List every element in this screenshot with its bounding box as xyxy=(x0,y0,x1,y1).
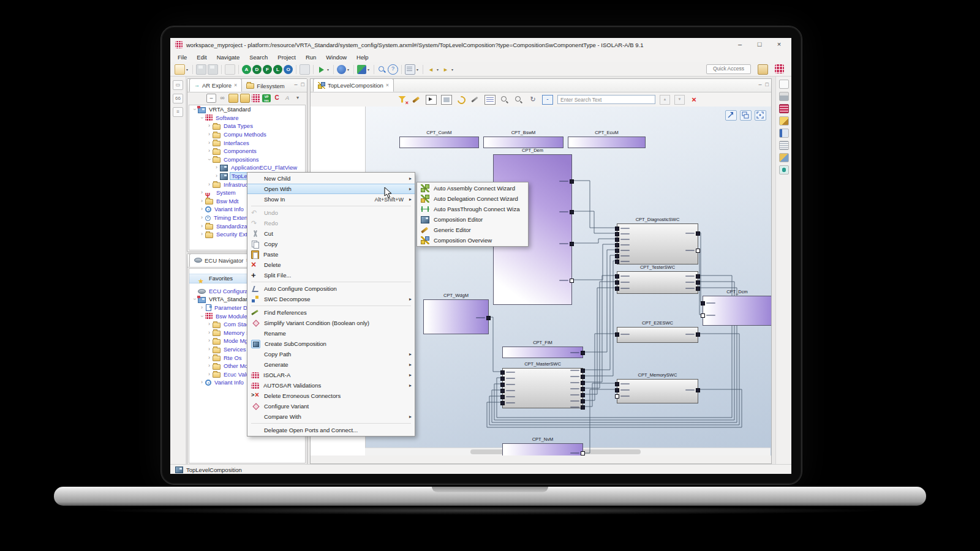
ar-explorer-tab-close-icon[interactable]: × xyxy=(234,82,237,88)
menu-item-undo[interactable]: Undo xyxy=(247,208,415,218)
menu-item-composition-editor[interactable]: Composition Editor xyxy=(417,214,528,225)
strip-restore-view-icon[interactable]: ▭ xyxy=(173,80,183,90)
collapse-icon[interactable] xyxy=(542,95,553,105)
toolbar-back-button[interactable]: ▾ xyxy=(426,65,440,74)
left-port-icon[interactable] xyxy=(500,395,505,399)
chevron-collapsed-icon[interactable]: › xyxy=(199,231,205,237)
right-port-icon[interactable] xyxy=(570,279,574,283)
toolbar-save-button[interactable] xyxy=(196,64,206,75)
left-port-icon[interactable] xyxy=(615,238,619,242)
menu-item-cut[interactable]: Cut xyxy=(247,228,415,239)
menu-item-split-file[interactable]: Split File... xyxy=(247,270,415,280)
menu-item-copy[interactable]: Copy xyxy=(247,239,415,249)
chevron-collapsed-icon[interactable]: › xyxy=(199,380,205,385)
left-port-icon[interactable] xyxy=(615,394,619,399)
link-editor-icon[interactable] xyxy=(218,94,227,102)
left-port-icon[interactable] xyxy=(701,313,705,318)
menu-navigate[interactable]: Navigate xyxy=(212,54,245,61)
chevron-collapsed-icon[interactable]: › xyxy=(199,223,205,229)
right-port-icon[interactable] xyxy=(486,316,491,320)
strip-autosar-validation-icon[interactable] xyxy=(779,104,789,113)
menu-item-compare-with[interactable]: Compare With▸ xyxy=(247,411,415,422)
left-port-icon[interactable] xyxy=(701,301,705,305)
right-port-icon[interactable] xyxy=(581,369,585,373)
strip-outline-icon[interactable]: ≡ xyxy=(173,107,183,117)
fit-to-view-button[interactable] xyxy=(755,110,766,121)
isolar-perspective-icon[interactable] xyxy=(775,64,784,73)
pan-mode-button[interactable] xyxy=(725,110,737,121)
tab-ecu-navigator[interactable]: ECU Navigator × xyxy=(189,253,254,267)
edit-yellow-icon[interactable] xyxy=(412,96,421,104)
strip-palette-icon[interactable] xyxy=(779,153,789,162)
menu-item-delete-erroneous-connectors[interactable]: Delete Erroneous Connectors xyxy=(247,391,415,401)
right-port-icon[interactable] xyxy=(581,393,585,397)
editor-tab-close-icon[interactable]: × xyxy=(386,82,389,88)
right-port-icon[interactable] xyxy=(581,387,585,391)
component-cpt-comm[interactable] xyxy=(399,137,479,148)
tree-item-software[interactable]: ›Software xyxy=(189,114,305,122)
chevron-expanded-icon[interactable]: › xyxy=(199,115,205,121)
quick-access-button[interactable]: Quick Access xyxy=(706,64,751,74)
minimize-editor-icon[interactable]: – xyxy=(759,81,762,88)
right-port-icon[interactable] xyxy=(581,351,585,355)
strip-pencil-icon[interactable] xyxy=(779,116,789,126)
menu-item-generate[interactable]: Generate▸ xyxy=(247,359,415,370)
chevron-collapsed-icon[interactable]: › xyxy=(199,198,205,204)
menu-item-new-child[interactable]: New Child▸ xyxy=(247,173,415,184)
menu-item-configure-variant[interactable]: Configure Variant xyxy=(247,401,415,411)
right-port-icon[interactable] xyxy=(696,231,700,236)
refresh-c-icon[interactable] xyxy=(273,94,281,102)
left-port-icon[interactable] xyxy=(500,377,505,381)
menu-item-auto-configure-composition[interactable]: Auto Configure Composition xyxy=(247,283,415,294)
right-port-icon[interactable] xyxy=(570,242,574,246)
tab-ar-explorer[interactable]: → AR Explore × xyxy=(189,78,242,92)
right-port-icon[interactable] xyxy=(581,399,585,403)
right-port-icon[interactable] xyxy=(581,405,585,410)
tree-item-data-types[interactable]: ›Data Types xyxy=(189,122,305,130)
chevron-expanded-icon[interactable]: › xyxy=(199,313,205,319)
component-cpt-fim[interactable] xyxy=(502,347,583,358)
toolbar-annotations-button[interactable]: ▾ xyxy=(405,64,420,75)
toolbar-nav-d-button[interactable]: D xyxy=(252,65,262,74)
component-cpt-diagnosticswc[interactable] xyxy=(617,223,698,264)
close-button[interactable]: × xyxy=(769,38,789,51)
tab-filesystem[interactable]: Filesystem xyxy=(242,80,288,92)
left-port-icon[interactable] xyxy=(615,249,619,253)
edit-gray-icon[interactable] xyxy=(470,96,480,104)
tree-item-components[interactable]: ›Components xyxy=(189,147,305,156)
zoom-in-icon[interactable] xyxy=(500,96,510,104)
strip-focus-icon[interactable] xyxy=(779,165,789,174)
chevron-collapsed-icon[interactable]: › xyxy=(206,372,212,377)
right-port-icon[interactable] xyxy=(696,332,700,337)
strip-library-icon[interactable] xyxy=(779,129,789,138)
left-port-icon[interactable] xyxy=(615,388,619,392)
tab-toplevelcomposition[interactable]: TopLevelComposition × xyxy=(313,78,394,92)
collapse-all-icon[interactable] xyxy=(206,94,216,103)
component-cpt-e2eswc[interactable] xyxy=(617,327,698,343)
menu-item-generic-editor[interactable]: Generic Editor xyxy=(417,225,528,235)
menu-item-copy-path[interactable]: Copy Path▸ xyxy=(247,349,415,359)
chevron-collapsed-icon[interactable]: › xyxy=(206,123,212,129)
component-cpt-dcm[interactable] xyxy=(703,296,771,326)
tree-item-applicationecu-flatview[interactable]: ›ApplicationECU_FlatView xyxy=(189,163,305,172)
refresh-icon[interactable] xyxy=(528,96,538,104)
minimize-panel-icon[interactable]: – xyxy=(295,81,298,88)
menu-file[interactable]: File xyxy=(173,54,192,61)
left-port-icon[interactable] xyxy=(615,254,619,258)
chevron-expanded-icon[interactable]: › xyxy=(192,296,197,302)
menu-run[interactable]: Run xyxy=(301,54,321,61)
right-port-icon[interactable] xyxy=(696,280,700,285)
autosar-grid-icon[interactable] xyxy=(252,94,260,102)
menu-item-redo[interactable]: Redo xyxy=(247,218,415,228)
toolbar-nav-l-button[interactable]: L xyxy=(273,65,282,74)
list-icon[interactable] xyxy=(484,95,496,105)
menu-item-paste[interactable]: Paste xyxy=(247,249,415,260)
tree-item-compositions[interactable]: ›Compositions xyxy=(189,156,305,164)
strip-printer-icon[interactable] xyxy=(779,92,789,101)
menu-item-auto-assembly-connect-wizard[interactable]: Auto Assembly Connect Wizard xyxy=(417,183,528,193)
run-box-icon[interactable] xyxy=(426,95,437,105)
right-port-icon[interactable] xyxy=(581,451,585,455)
toolbar-nav-o-button[interactable]: O xyxy=(284,65,293,74)
component-cpt-ecum[interactable] xyxy=(568,137,646,148)
menu-item-isolar-a[interactable]: ISOLAR-A▸ xyxy=(247,370,415,380)
